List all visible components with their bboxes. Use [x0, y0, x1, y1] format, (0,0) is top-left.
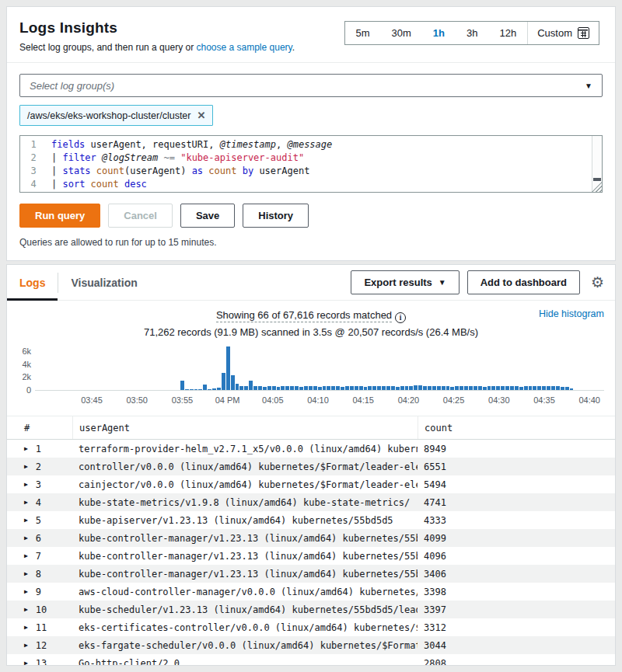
histogram-bar[interactable]	[198, 389, 202, 390]
time-range-option-3h[interactable]: 3h	[456, 22, 488, 44]
histogram-bar[interactable]	[570, 388, 574, 390]
histogram-bar[interactable]	[203, 385, 207, 390]
histogram-bar[interactable]	[355, 386, 358, 390]
histogram-bar[interactable]	[345, 386, 349, 390]
histogram-bar[interactable]	[450, 387, 454, 390]
time-range-option-1h[interactable]: 1h	[422, 22, 456, 44]
histogram-bar[interactable]	[331, 386, 335, 390]
histogram-bar[interactable]	[253, 386, 257, 390]
table-row[interactable]: ▶8kube-controller-manager/v1.23.13 (linu…	[7, 565, 615, 583]
histogram-bar[interactable]	[377, 386, 381, 390]
histogram-bar[interactable]	[318, 387, 322, 390]
histogram-bar[interactable]	[290, 386, 294, 390]
run-query-button[interactable]: Run query	[19, 204, 100, 228]
expand-row-icon[interactable]: ▶	[24, 517, 28, 524]
histogram-bar[interactable]	[537, 386, 541, 390]
histogram-bar[interactable]	[437, 386, 441, 390]
histogram-bar[interactable]	[391, 386, 395, 390]
histogram-bar[interactable]	[239, 386, 243, 390]
time-range-option-30m[interactable]: 30m	[381, 22, 422, 44]
log-group-select[interactable]: Select log group(s) ▼	[19, 74, 603, 97]
histogram-bar[interactable]	[418, 385, 422, 390]
histogram-bar[interactable]	[491, 386, 495, 390]
expand-row-icon[interactable]: ▶	[24, 481, 28, 488]
histogram-bar[interactable]	[400, 386, 404, 390]
histogram-bar[interactable]	[405, 386, 409, 390]
time-range-custom-button[interactable]: Custom	[527, 22, 599, 44]
histogram-bar[interactable]	[551, 386, 555, 390]
time-range-option-5m[interactable]: 5m	[345, 22, 381, 44]
histogram-plot-area[interactable]: 6k4k2k003:4503:5003:5504 PM04:0504:1004:…	[35, 346, 604, 391]
table-row[interactable]: ▶4kube-state-metrics/v1.9.8 (linux/amd64…	[7, 493, 615, 511]
histogram-bar[interactable]	[529, 386, 533, 390]
info-icon[interactable]: i	[395, 312, 406, 323]
scrollbar-thumb[interactable]	[593, 178, 601, 181]
histogram-bar[interactable]	[309, 386, 313, 390]
export-results-button[interactable]: Export results ▼	[351, 270, 459, 294]
time-range-option-12h[interactable]: 12h	[489, 22, 528, 44]
remove-token-icon[interactable]: ✕	[197, 110, 205, 121]
histogram-bar[interactable]	[341, 387, 344, 390]
save-button[interactable]: Save	[180, 204, 235, 228]
histogram-bar[interactable]	[272, 386, 276, 390]
histogram-bar[interactable]	[263, 387, 267, 390]
histogram-bar[interactable]	[327, 386, 330, 390]
histogram-bar[interactable]	[455, 386, 459, 390]
histogram-bar[interactable]	[487, 386, 491, 390]
histogram-bar[interactable]	[212, 388, 216, 390]
table-row[interactable]: ▶1terraform-provider-helm_v2.7.1_x5/v0.0…	[7, 440, 615, 458]
histogram-bar[interactable]	[510, 386, 514, 390]
table-row[interactable]: ▶12eks-fargate-scheduler/v0.0.0 (linux/a…	[7, 636, 615, 654]
histogram-bar[interactable]	[285, 386, 289, 390]
histogram-bar[interactable]	[299, 387, 303, 390]
histogram-bar[interactable]	[236, 384, 239, 390]
histogram-bar[interactable]	[244, 386, 248, 390]
histogram-bar[interactable]	[423, 386, 427, 390]
expand-row-icon[interactable]: ▶	[24, 624, 28, 631]
histogram-bar[interactable]	[396, 387, 400, 390]
histogram-bar[interactable]	[561, 387, 564, 390]
table-row[interactable]: ▶11eks-certificates-controller/v0.0.0 (l…	[7, 618, 615, 636]
expand-row-icon[interactable]: ▶	[24, 642, 28, 649]
histogram-bar[interactable]	[464, 386, 468, 390]
expand-row-icon[interactable]: ▶	[24, 445, 28, 452]
histogram-bar[interactable]	[501, 386, 505, 390]
table-row[interactable]: ▶7kube-controller-manager/v1.23.13 (linu…	[7, 547, 615, 565]
table-row[interactable]: ▶5kube-apiserver/v1.23.13 (linux/amd64) …	[7, 511, 615, 529]
expand-row-icon[interactable]: ▶	[24, 534, 28, 541]
histogram-bar[interactable]	[208, 389, 211, 390]
table-row[interactable]: ▶10kube-scheduler/v1.23.13 (linux/amd64)…	[7, 601, 615, 618]
histogram-bar[interactable]	[519, 387, 523, 390]
expand-row-icon[interactable]: ▶	[24, 588, 28, 595]
expand-row-icon[interactable]: ▶	[24, 570, 28, 577]
table-row[interactable]: ▶6kube-controller-manager/v1.23.13 (linu…	[7, 529, 615, 547]
histogram-bar[interactable]	[267, 386, 271, 390]
expand-row-icon[interactable]: ▶	[24, 499, 28, 506]
histogram-bar[interactable]	[222, 373, 225, 390]
table-row[interactable]: ▶13Go-http-client/2.02808	[7, 654, 615, 665]
cancel-button[interactable]: Cancel	[108, 204, 173, 228]
histogram-bar[interactable]	[556, 386, 560, 390]
histogram-bar[interactable]	[295, 386, 299, 390]
histogram-bar[interactable]	[336, 386, 340, 390]
sample-query-link[interactable]: choose a sample query	[196, 42, 292, 53]
histogram-bar[interactable]	[469, 386, 473, 390]
expand-row-icon[interactable]: ▶	[24, 463, 28, 470]
history-button[interactable]: History	[243, 204, 309, 228]
histogram-bar[interactable]	[194, 389, 198, 390]
histogram-bar[interactable]	[505, 386, 509, 390]
table-row[interactable]: ▶9aws-cloud-controller-manager/v0.0.0 (l…	[7, 583, 615, 601]
histogram-bar[interactable]	[323, 386, 327, 390]
histogram-bar[interactable]	[313, 386, 317, 390]
histogram-bar[interactable]	[304, 386, 308, 390]
histogram-bar[interactable]	[382, 386, 386, 390]
histogram-bar[interactable]	[565, 387, 569, 390]
histogram-bar[interactable]	[432, 386, 436, 390]
col-header-index[interactable]: #	[24, 416, 72, 439]
histogram-bar[interactable]	[515, 386, 519, 390]
histogram-bar[interactable]	[372, 386, 376, 390]
gear-icon[interactable]: ⚙	[591, 275, 604, 290]
histogram-bar[interactable]	[217, 388, 221, 390]
histogram-bar[interactable]	[231, 375, 235, 390]
expand-row-icon[interactable]: ▶	[24, 552, 28, 559]
